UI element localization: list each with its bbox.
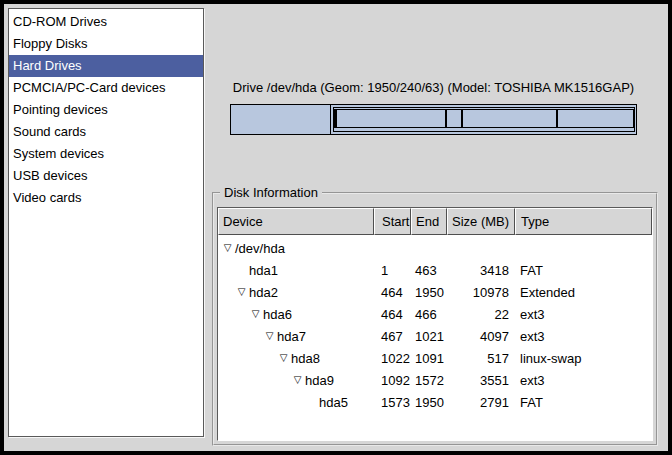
start-cell: 467: [374, 329, 411, 344]
column-header-end[interactable]: End: [411, 208, 447, 235]
sidebar-item-floppy-disks[interactable]: Floppy Disks: [9, 33, 203, 55]
expander-triangle-icon[interactable]: ▽: [220, 237, 235, 259]
column-header-size[interactable]: Size (MB): [447, 208, 515, 235]
size-cell: 22: [447, 307, 515, 322]
partition-bar: [230, 104, 637, 135]
expander-triangle-icon[interactable]: ▽: [262, 325, 277, 347]
start-cell: 1: [374, 263, 411, 278]
type-cell: Extended: [515, 285, 652, 300]
end-cell: 1950: [411, 395, 447, 410]
partition-table: DeviceStartEndSize (MB)Type ▽/dev/hdahda…: [217, 207, 653, 441]
expander-triangle-icon[interactable]: ▽: [276, 347, 291, 369]
hardware-browser-window: CD-ROM DrivesFloppy DisksHard DrivesPCMC…: [0, 0, 672, 455]
sidebar-item-system-devices[interactable]: System devices: [9, 143, 203, 165]
partition-segment-hda8: [446, 109, 462, 128]
size-cell: 2791: [447, 395, 515, 410]
sidebar-item-usb-devices[interactable]: USB devices: [9, 165, 203, 187]
partition-segment-hda2-extended: [333, 107, 635, 132]
start-cell: 464: [374, 285, 411, 300]
table-header: DeviceStartEndSize (MB)Type: [218, 208, 652, 235]
end-cell: 1572: [411, 373, 447, 388]
end-cell: 1950: [411, 285, 447, 300]
size-cell: 3418: [447, 263, 515, 278]
sidebar-item-cd-rom-drives[interactable]: CD-ROM Drives: [9, 11, 203, 33]
start-cell: 464: [374, 307, 411, 322]
device-cell: hda7: [277, 329, 306, 344]
sidebar-item-video-cards[interactable]: Video cards: [9, 187, 203, 209]
type-cell: ext3: [515, 329, 652, 344]
drive-title: Drive /dev/hda (Geom: 1950/240/63) (Mode…: [226, 80, 641, 95]
expander-triangle-icon[interactable]: ▽: [248, 303, 263, 325]
disk-information-label: Disk Information: [220, 185, 322, 201]
partition-segment-hda1: [231, 105, 331, 134]
size-cell: 3551: [447, 373, 515, 388]
column-header-type[interactable]: Type: [515, 208, 652, 235]
device-cell: hda6: [263, 307, 292, 322]
device-cell: hda8: [291, 351, 320, 366]
type-cell: ext3: [515, 307, 652, 322]
type-cell: ext3: [515, 373, 652, 388]
size-cell: 517: [447, 351, 515, 366]
sidebar-item-sound-cards[interactable]: Sound cards: [9, 121, 203, 143]
device-cell: hda5: [319, 395, 348, 410]
table-row-hda7[interactable]: ▽hda746710214097ext3: [218, 325, 652, 347]
start-cell: 1022: [374, 351, 411, 366]
table-row-hda1[interactable]: hda114633418FAT: [218, 259, 652, 281]
device-cell: hda2: [249, 285, 278, 300]
device-category-list[interactable]: CD-ROM DrivesFloppy DisksHard DrivesPCMC…: [8, 8, 204, 437]
table-row-hda5[interactable]: hda5157319502791FAT: [218, 391, 652, 413]
expander-triangle-icon[interactable]: ▽: [290, 369, 305, 391]
partition-segment-hda9: [462, 109, 557, 128]
disk-information-frame: Disk Information DeviceStartEndSize (MB)…: [212, 192, 658, 446]
device-cell: hda1: [249, 263, 278, 278]
sidebar-item-hard-drives[interactable]: Hard Drives: [9, 55, 203, 77]
end-cell: 1091: [411, 351, 447, 366]
type-cell: FAT: [515, 263, 652, 278]
start-cell: 1092: [374, 373, 411, 388]
end-cell: 466: [411, 307, 447, 322]
end-cell: 463: [411, 263, 447, 278]
column-header-start[interactable]: Start: [374, 208, 411, 235]
sidebar-item-pointing-devices[interactable]: Pointing devices: [9, 99, 203, 121]
partition-segment-hda5: [557, 109, 634, 128]
table-row-hda6[interactable]: ▽hda646446622ext3: [218, 303, 652, 325]
end-cell: 1021: [411, 329, 447, 344]
device-cell: /dev/hda: [235, 241, 285, 256]
size-cell: 4097: [447, 329, 515, 344]
partition-segment-hda7: [336, 109, 447, 128]
expander-triangle-icon[interactable]: ▽: [234, 281, 249, 303]
table-row-hda8[interactable]: ▽hda810221091517linux-swap: [218, 347, 652, 369]
table-row-hda9[interactable]: ▽hda9109215723551ext3: [218, 369, 652, 391]
size-cell: 10978: [447, 285, 515, 300]
type-cell: FAT: [515, 395, 652, 410]
device-cell: hda9: [305, 373, 334, 388]
start-cell: 1573: [374, 395, 411, 410]
type-cell: linux-swap: [515, 351, 652, 366]
column-header-device[interactable]: Device: [218, 208, 374, 235]
sidebar-item-pcmcia-pc-card-devices[interactable]: PCMCIA/PC-Card devices: [9, 77, 203, 99]
table-row-hda2[interactable]: ▽hda2464195010978Extended: [218, 281, 652, 303]
table-body: ▽/dev/hdahda114633418FAT▽hda246419501097…: [218, 235, 652, 440]
table-row-dev-hda[interactable]: ▽/dev/hda: [218, 237, 652, 259]
